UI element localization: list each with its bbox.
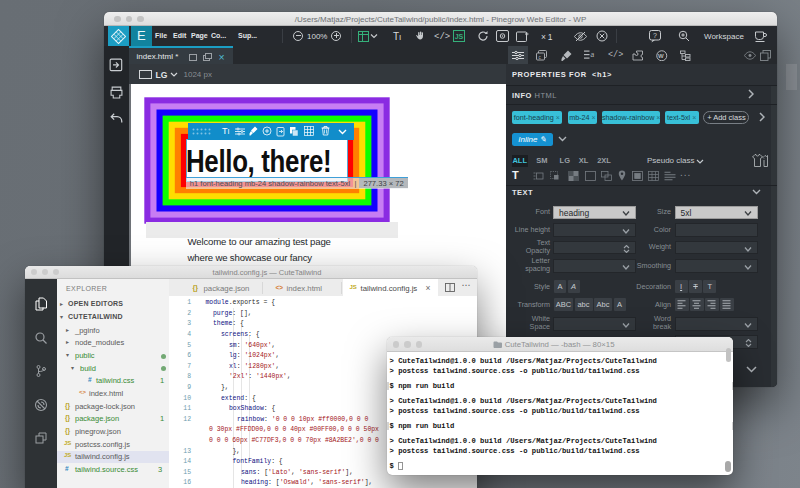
svg-text:W: W bbox=[658, 53, 664, 59]
svg-text:a: a bbox=[591, 51, 595, 58]
svg-text:?: ? bbox=[653, 32, 657, 39]
